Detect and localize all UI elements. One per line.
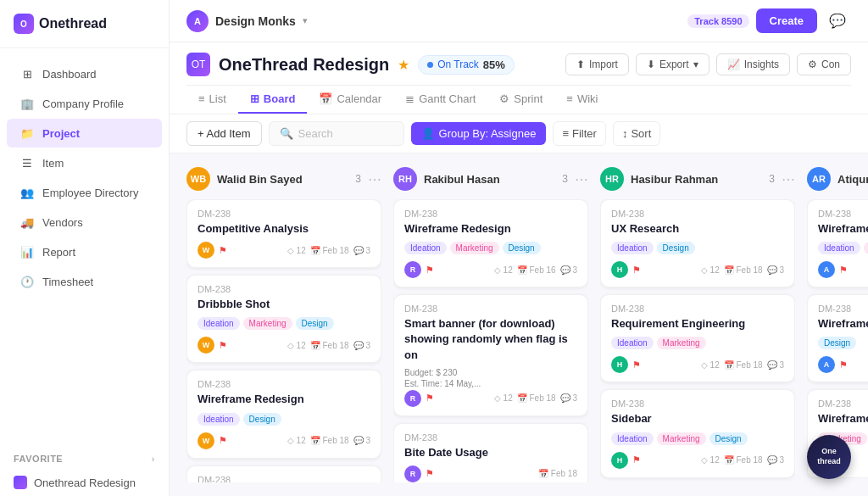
card-tag: Design — [657, 242, 695, 254]
column-name-rakibul: Rakibul Hasan — [424, 173, 555, 186]
card[interactable]: DM-238 Requirement Engineering IdeationM… — [600, 294, 795, 382]
tab-wiki[interactable]: ≡Wiki — [554, 86, 609, 114]
card[interactable]: DM-238 Competitive Analysis W ⚑ ◇ 12 📅 F… — [186, 199, 381, 268]
chat-fab[interactable]: Onethread — [807, 435, 851, 479]
card-dm: DM-238 — [611, 209, 784, 219]
create-button[interactable]: Create — [756, 8, 817, 33]
card-dm: DM-238 — [818, 209, 868, 219]
card-tag: Design — [296, 317, 334, 330]
sprint-tab-icon: ⚙ — [499, 92, 509, 105]
column-menu-hasibur[interactable]: ⋯ — [782, 171, 795, 187]
project-header: OT OneThread Redesign ★ On Track 85% ⬆ I… — [170, 42, 868, 114]
card-tag: Design — [709, 432, 748, 445]
card-footer: H ⚑ ◇ 12 📅 Feb 18 💬 3 — [611, 261, 784, 278]
filter-button[interactable]: ≡ Filter — [553, 121, 605, 146]
card-tag: Ideation — [611, 242, 654, 254]
flag-icon: ⚑ — [632, 454, 641, 465]
card[interactable]: DM-238 Design System | Typography Ideati… — [186, 465, 381, 482]
group-by-button[interactable]: 👤 Group By: Assignee — [411, 122, 547, 145]
tab-list[interactable]: ≡List — [186, 86, 238, 114]
sidebar-item-vendors[interactable]: 🚚Vendors — [7, 208, 162, 237]
board-column-atiqur: AR Atiqur Rahman 3 ⋯ DM-238 Wireframe Re… — [807, 167, 868, 482]
column-menu-walid[interactable]: ⋯ — [368, 171, 381, 187]
sidebar-item-employee[interactable]: 👥Employee Directory — [7, 178, 162, 207]
sidebar-item-company[interactable]: 🏢Company Profile — [7, 89, 162, 118]
card[interactable]: DM-238 Wireframe Redesign IdeationDesign… — [186, 370, 381, 458]
card-date: 📅 Feb 18 — [310, 246, 349, 255]
search-icon: 🔍 — [280, 127, 293, 140]
logo-icon: O — [14, 14, 34, 34]
column-avatar-rakibul: RH — [393, 167, 417, 191]
card-tag: Marketing — [864, 242, 868, 254]
card-footer: W ⚑ ◇ 12 📅 Feb 18 💬 3 — [198, 337, 370, 354]
workspace-chevron-icon[interactable]: ▾ — [303, 15, 308, 26]
card-stars: ◇ 12 — [287, 436, 306, 445]
favorite-star-icon[interactable]: ★ — [398, 57, 409, 73]
con-button[interactable]: ⚙ Con — [797, 53, 851, 75]
card[interactable]: DM-238 Bite Date Usage R ⚑ 📅 Feb 18 — [393, 423, 588, 482]
workspace-name: Design Monks — [215, 14, 296, 28]
status-dot — [427, 62, 433, 68]
card[interactable]: DM-238 Wireframe Redesign IdeationMarket… — [393, 199, 588, 287]
card-date: 📅 Feb 18 — [724, 265, 763, 275]
sort-button[interactable]: ↕ Sort — [613, 121, 660, 146]
card-tags: Design — [818, 337, 868, 349]
progress-text: 85% — [483, 59, 505, 71]
card[interactable]: DM-238 UX Research IdeationDesign H ⚑ ◇ … — [600, 199, 795, 287]
add-item-button[interactable]: + Add Item — [186, 121, 262, 146]
flag-icon: ⚑ — [632, 359, 641, 371]
card-meta: 📅 Feb 18 — [538, 469, 577, 478]
card-date: 📅 Feb 16 — [517, 265, 556, 275]
con-icon: ⚙ — [808, 59, 817, 70]
flag-icon: ⚑ — [632, 265, 641, 276]
insights-button[interactable]: 📈 Insights — [716, 53, 790, 75]
board: WB Walid Bin Sayed 3 ⋯ DM-238 Competitiv… — [170, 153, 868, 496]
favorite-chevron-icon[interactable]: › — [152, 454, 155, 464]
workspace-avatar: A — [186, 10, 209, 32]
export-button[interactable]: ⬇ Export ▾ — [636, 53, 709, 75]
tab-calendar[interactable]: 📅Calendar — [307, 86, 393, 114]
list-tab-icon: ≡ — [198, 92, 205, 105]
calendar-tab-icon: 📅 — [319, 92, 332, 105]
sidebar-item-timesheet[interactable]: 🕐Timesheet — [7, 267, 162, 296]
import-button[interactable]: ⬆ Import — [565, 53, 629, 75]
flag-icon: ⚑ — [219, 245, 227, 256]
sidebar-item-item[interactable]: ☰Item — [7, 148, 162, 177]
cards-container-walid: DM-238 Competitive Analysis W ⚑ ◇ 12 📅 F… — [186, 199, 381, 482]
column-header-walid: WB Walid Bin Sayed 3 ⋯ — [186, 167, 381, 191]
card-footer: H ⚑ ◇ 12 📅 Feb 18 💬 3 — [611, 452, 784, 469]
card[interactable]: DM-238 Wireframe Redesign IdeationMarket… — [807, 199, 868, 287]
column-header-atiqur: AR Atiqur Rahman 3 ⋯ — [807, 167, 868, 191]
card-date: 📅 Feb 18 — [310, 341, 349, 350]
card-avatar: W — [198, 432, 214, 449]
column-menu-rakibul[interactable]: ⋯ — [575, 171, 588, 187]
timesheet-icon: 🕐 — [20, 275, 34, 288]
card-comments: 💬 3 — [767, 455, 784, 465]
card-avatar: A — [818, 356, 835, 373]
column-count-walid: 3 — [355, 173, 361, 185]
tab-sprint[interactable]: ⚙Sprint — [487, 86, 554, 114]
flag-icon: ⚑ — [839, 265, 848, 276]
card[interactable]: DM-238 Smart banner (for download) showi… — [393, 294, 588, 416]
sidebar-item-report[interactable]: 📊Report — [7, 237, 162, 266]
favorite-icon — [14, 476, 27, 489]
search-box[interactable]: 🔍 Search — [269, 121, 404, 146]
favorite-item-onethread-redesign[interactable]: Onethread Redesign — [0, 469, 169, 496]
card[interactable]: DM-238 Dribbble Shot IdeationMarketingDe… — [186, 275, 381, 363]
main-content: A Design Monks ▾ Track 8590 Create 💬 OT … — [170, 0, 868, 496]
tab-board[interactable]: ⊞Board — [238, 86, 308, 114]
card-avatar: A — [818, 261, 835, 278]
project-title-row: OT OneThread Redesign ★ On Track 85% ⬆ I… — [186, 53, 851, 76]
card[interactable]: DM-238 Wireframe Redesign Design A ⚑ ◇ 1… — [807, 294, 868, 382]
card[interactable]: DM-238 Sidebar IdeationMarketingDesign H… — [600, 389, 795, 477]
sidebar-item-project[interactable]: 📁Project — [7, 119, 162, 148]
card-comments: 💬 3 — [767, 265, 784, 275]
sidebar-item-dashboard[interactable]: ⊞Dashboard — [7, 59, 162, 88]
tab-gantt[interactable]: ≣Gantt Chart — [393, 86, 487, 114]
card-meta: ◇ 12 📅 Feb 18 💬 3 — [701, 455, 784, 465]
cards-container-hasibur: DM-238 UX Research IdeationDesign H ⚑ ◇ … — [600, 199, 795, 482]
card-footer: A ⚑ ◇ 12 📅 Feb 18 — [818, 356, 868, 373]
card-tags: IdeationMarketingDesign — [198, 317, 370, 330]
notifications-icon[interactable]: 💬 — [824, 8, 851, 35]
column-name-walid: Walid Bin Sayed — [217, 173, 348, 186]
